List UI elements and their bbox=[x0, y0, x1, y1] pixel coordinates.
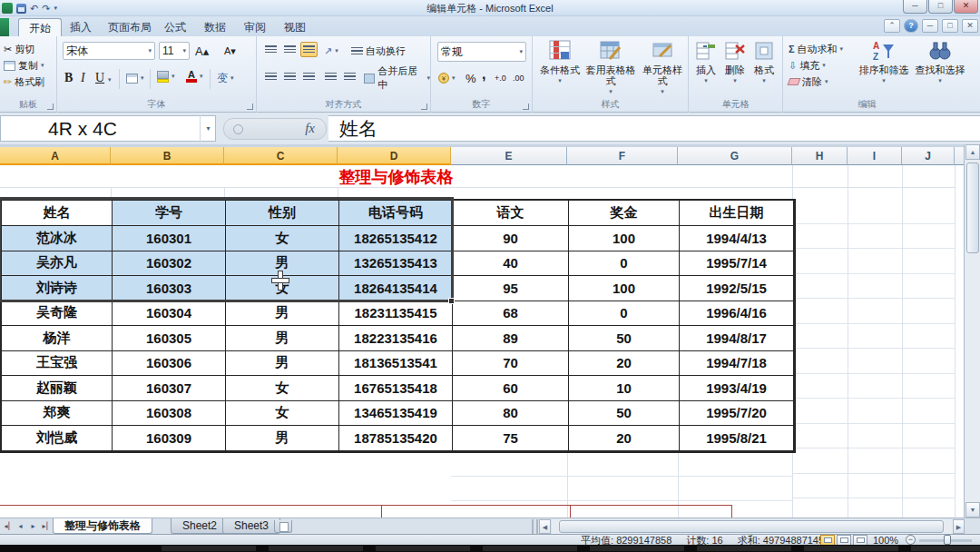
cell-r4c2[interactable]: 160304 bbox=[113, 301, 226, 327]
align-middle-button[interactable] bbox=[281, 42, 299, 57]
cell-header-2[interactable]: 学号 bbox=[113, 201, 226, 226]
column-header-H[interactable]: H bbox=[792, 147, 848, 165]
insert-function-icon[interactable]: fx bbox=[305, 121, 315, 136]
align-right-button[interactable] bbox=[300, 69, 318, 84]
cell-r8c7[interactable]: 1995/7/20 bbox=[680, 401, 794, 427]
cell-r7c5[interactable]: 60 bbox=[453, 376, 569, 401]
tab-formulas[interactable]: 公式 bbox=[154, 18, 196, 36]
cell-r8c4[interactable]: 13465135419 bbox=[339, 401, 453, 427]
tab-scroll-splitter[interactable] bbox=[532, 519, 538, 534]
column-header-E[interactable]: E bbox=[451, 147, 567, 165]
copy-button[interactable]: 复制▾ bbox=[4, 58, 44, 73]
scroll-down-icon[interactable]: ▼ bbox=[965, 502, 980, 518]
font-size-select[interactable]: 11▾ bbox=[159, 42, 190, 60]
cell-r7c6[interactable]: 10 bbox=[569, 376, 680, 401]
cell-r1c7[interactable]: 1994/4/13 bbox=[680, 226, 794, 251]
underline-dropdown-icon[interactable]: ▾ bbox=[108, 76, 112, 84]
hscroll-left-icon[interactable]: ◀ bbox=[539, 519, 551, 534]
fill-button[interactable]: ⇩填充▾ bbox=[789, 58, 826, 73]
number-dialog-launcher[interactable] bbox=[523, 104, 529, 110]
cell-r3c5[interactable]: 95 bbox=[453, 276, 569, 301]
cell-r6c2[interactable]: 160306 bbox=[113, 351, 226, 377]
column-header-B[interactable]: B bbox=[111, 147, 224, 165]
cell-r2c1[interactable]: 吴亦凡 bbox=[2, 251, 113, 277]
cell-header-5[interactable]: 语文 bbox=[453, 201, 569, 226]
format-as-table-button[interactable]: 套用表格格式▾ bbox=[585, 39, 636, 97]
cell-r4c4[interactable]: 18231135415 bbox=[339, 301, 453, 327]
column-header-F[interactable]: F bbox=[567, 147, 678, 165]
cell-styles-button[interactable]: 单元格样式▾ bbox=[638, 39, 687, 97]
tab-data[interactable]: 数据 bbox=[194, 18, 236, 36]
cell-r1c5[interactable]: 90 bbox=[453, 226, 569, 251]
cell-r2c7[interactable]: 1995/7/14 bbox=[680, 251, 794, 277]
wrap-text-button[interactable]: 自动换行 bbox=[351, 44, 406, 58]
tab-page-layout[interactable]: 页面布局 bbox=[98, 18, 162, 36]
cell-r7c3[interactable]: 女 bbox=[226, 376, 339, 401]
zoom-out-icon[interactable]: − bbox=[906, 535, 916, 545]
decrease-decimal-button[interactable]: .00 bbox=[513, 71, 524, 85]
cell-r1c6[interactable]: 100 bbox=[569, 226, 680, 251]
sheet-tab-active[interactable]: 整理与修饰表格 bbox=[53, 518, 152, 534]
underline-button[interactable]: U bbox=[95, 71, 104, 85]
cell-r2c2[interactable]: 160302 bbox=[113, 251, 226, 277]
autosum-button[interactable]: Σ自动求和▾ bbox=[789, 42, 843, 56]
sheet-tab-sheet3[interactable]: Sheet3 bbox=[222, 518, 280, 534]
column-header-J[interactable]: J bbox=[902, 147, 955, 165]
minimize-button[interactable]: ─ bbox=[903, 0, 927, 14]
font-color-button[interactable]: A ▾ bbox=[186, 69, 203, 84]
percent-button[interactable]: % bbox=[466, 71, 476, 85]
cell-r7c7[interactable]: 1993/4/19 bbox=[680, 376, 794, 401]
tab-review[interactable]: 审阅 bbox=[234, 18, 276, 36]
cell-r8c2[interactable]: 160308 bbox=[113, 401, 226, 427]
cell-header-1[interactable]: 姓名 bbox=[2, 201, 113, 226]
next-sheet-icon[interactable]: ▸ bbox=[27, 520, 39, 533]
align-center-button[interactable] bbox=[281, 69, 299, 84]
accounting-format-button[interactable]: ¥▾ bbox=[438, 71, 456, 85]
cell-r9c3[interactable]: 男 bbox=[226, 426, 339, 451]
cell-r2c6[interactable]: 0 bbox=[569, 251, 680, 277]
cell-r5c1[interactable]: 杨洋 bbox=[2, 326, 113, 351]
help-icon[interactable]: ? bbox=[904, 19, 918, 33]
cell-r9c7[interactable]: 1995/8/21 bbox=[680, 426, 794, 451]
cell-r7c2[interactable]: 160307 bbox=[113, 376, 226, 401]
formula-input[interactable]: 姓名 bbox=[328, 115, 980, 142]
cell-r4c1[interactable]: 吴奇隆 bbox=[2, 301, 113, 327]
cell-r6c4[interactable]: 18136513541 bbox=[339, 351, 453, 377]
sort-filter-button[interactable]: AZ 排序和筛选▾ bbox=[856, 39, 912, 86]
tab-insert[interactable]: 插入 bbox=[60, 18, 102, 36]
cell-r5c3[interactable]: 男 bbox=[226, 326, 339, 351]
cell-r6c1[interactable]: 王宝强 bbox=[2, 351, 113, 377]
grow-font-button[interactable]: A▴ bbox=[195, 44, 209, 58]
vertical-scroll-thumb[interactable] bbox=[966, 163, 979, 253]
cell-r3c6[interactable]: 100 bbox=[569, 276, 680, 301]
cell-r2c4[interactable]: 13265135413 bbox=[339, 251, 453, 277]
format-painter-button[interactable]: ✏格式刷 bbox=[4, 74, 44, 89]
format-cells-button[interactable]: 格式▾ bbox=[750, 39, 778, 86]
workbook-close-icon[interactable]: ✕ bbox=[962, 19, 978, 33]
cancel-entry-icon[interactable] bbox=[233, 124, 243, 134]
find-select-button[interactable]: 查找和选择▾ bbox=[912, 39, 968, 86]
delete-cells-button[interactable]: 删除▾ bbox=[721, 39, 749, 86]
align-bottom-button[interactable] bbox=[300, 42, 318, 57]
insert-cells-button[interactable]: 插入▾ bbox=[692, 39, 720, 86]
cell-r2c5[interactable]: 40 bbox=[453, 251, 569, 277]
first-sheet-icon[interactable]: ◂⎢ bbox=[2, 520, 14, 533]
worksheet[interactable]: 整理与修饰表格 姓名学号性别电话号码语文奖金出生日期范冰冰160301女1826… bbox=[0, 165, 964, 518]
cell-r9c4[interactable]: 18785135420 bbox=[339, 426, 453, 451]
cell-r8c3[interactable]: 女 bbox=[226, 401, 339, 427]
zoom-slider-thumb[interactable] bbox=[944, 535, 951, 545]
cell-r3c1[interactable]: 刘诗诗 bbox=[2, 276, 113, 301]
cell-r9c1[interactable]: 刘恺威 bbox=[2, 426, 113, 451]
fill-handle[interactable] bbox=[448, 298, 455, 304]
phonetic-button[interactable]: 变▾ bbox=[217, 71, 234, 85]
workbook-minimize-icon[interactable]: ─ bbox=[922, 19, 938, 33]
cell-r1c2[interactable]: 160301 bbox=[113, 226, 226, 251]
cell-r3c4[interactable]: 18264135414 bbox=[339, 276, 453, 301]
increase-decimal-button[interactable]: +.0 bbox=[495, 71, 506, 85]
cell-r5c2[interactable]: 160305 bbox=[113, 326, 226, 351]
file-tab[interactable] bbox=[0, 18, 9, 36]
insert-worksheet-icon[interactable] bbox=[274, 520, 292, 533]
scroll-up-icon[interactable]: ▲ bbox=[965, 144, 980, 160]
cell-r9c5[interactable]: 75 bbox=[453, 426, 569, 451]
cell-r8c6[interactable]: 50 bbox=[569, 401, 680, 427]
